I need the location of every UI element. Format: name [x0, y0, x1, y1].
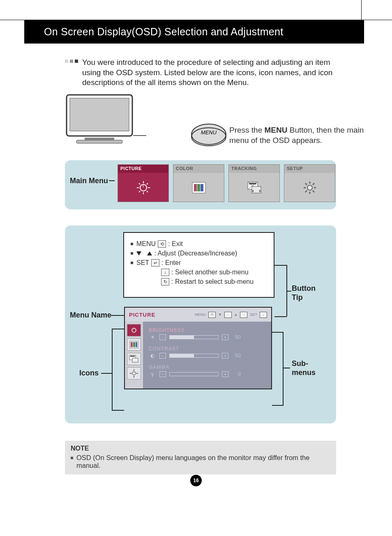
down-arrow-icon: ↓	[161, 269, 169, 276]
intro-row: You were introduced to the procedure of …	[65, 58, 334, 88]
osd-sidebar	[125, 322, 143, 389]
enter-icon: ↵	[151, 259, 159, 267]
svg-rect-38	[131, 342, 133, 347]
sun-icon: ☀	[149, 334, 156, 340]
osd-title: PICTURE	[129, 312, 155, 318]
subitem-gamma[interactable]: GAMMA γ−+0	[149, 364, 265, 377]
exit-icon[interactable]: ⟲	[208, 312, 216, 318]
minus-icon[interactable]: ←	[224, 312, 232, 318]
svg-line-17	[147, 183, 148, 184]
page-number: 16	[190, 475, 202, 486]
color-bars-icon	[191, 182, 206, 194]
slider[interactable]	[169, 372, 219, 376]
color-bars-icon	[129, 341, 138, 348]
svg-rect-19	[194, 184, 197, 191]
label-sub-menus: Sub-menus	[292, 359, 316, 377]
sidebar-item-picture[interactable]	[127, 324, 141, 336]
svg-point-44	[132, 372, 136, 375]
svg-line-32	[305, 183, 307, 185]
plus-icon[interactable]: →	[240, 312, 247, 318]
down-arrow-icon[interactable]: ↓	[260, 312, 267, 318]
tab-setup[interactable]: SETUP	[284, 164, 335, 202]
svg-rect-21	[201, 184, 203, 191]
note-heading: NOTE	[71, 445, 330, 452]
label-main-menu: Main Menu	[70, 177, 108, 185]
main-menu-tabs: PICTURE COLOR TRACKING SETUP	[118, 164, 335, 202]
sidebar-item-tracking[interactable]	[127, 353, 141, 365]
menu-button-illustration: MENU	[190, 122, 227, 147]
tab-tracking[interactable]: TRACKING	[228, 164, 280, 202]
subitem-brightness[interactable]: BRIGHTNESS ☀−+50	[149, 327, 265, 340]
gamma-icon: γ	[149, 371, 156, 377]
svg-line-15	[147, 191, 148, 192]
osd-window: PICTURE MENU⟲ ▼← ▲→ SET↓ BRIGHTNESS ☀−+5…	[124, 307, 272, 389]
svg-rect-42	[130, 356, 135, 357]
sidebar-item-setup[interactable]	[127, 367, 141, 380]
up-triangle-icon	[147, 251, 152, 255]
section-header: On Screen Display(OSD) Selection and Adj…	[24, 20, 364, 44]
label-menu-name: Menu Name	[70, 311, 111, 320]
tracking-icon	[129, 355, 139, 363]
svg-rect-24	[252, 186, 261, 193]
tab-color[interactable]: COLOR	[173, 164, 224, 202]
svg-rect-3	[76, 140, 122, 143]
note-text: OSD (On Screen Display) menu languages o…	[76, 454, 330, 469]
note-block: NOTE OSD (On Screen Display) menu langua…	[65, 441, 336, 474]
down-triangle-icon	[136, 251, 141, 255]
label-icons: Icons	[79, 369, 99, 377]
svg-rect-2	[85, 138, 114, 140]
restart-icon: ↻	[161, 278, 169, 285]
gear-icon	[302, 180, 317, 195]
intro-bullet	[65, 60, 78, 88]
slider[interactable]	[169, 354, 219, 358]
svg-rect-40	[136, 342, 137, 347]
svg-line-34	[305, 191, 307, 192]
svg-rect-39	[133, 342, 135, 347]
slider[interactable]	[169, 335, 219, 339]
osd-titlebar: PICTURE MENU⟲ ▼← ▲→ SET↓	[125, 308, 271, 322]
contrast-icon: ◐	[149, 353, 156, 359]
page-rule-right	[361, 0, 362, 20]
monitor-row: MENU Press the MENU Button, then the mai…	[65, 92, 334, 160]
decrease-button[interactable]: −	[159, 334, 166, 340]
brightness-icon	[135, 179, 152, 196]
decrease-button[interactable]: −	[159, 353, 166, 359]
svg-text:MENU: MENU	[201, 129, 217, 136]
osd-top-buttons: MENU⟲ ▼← ▲→ SET↓	[195, 312, 267, 318]
svg-point-27	[307, 185, 312, 190]
bullet-icon	[71, 457, 73, 459]
brightness-icon	[130, 326, 138, 334]
increase-button[interactable]: +	[222, 371, 228, 377]
svg-line-16	[139, 191, 140, 192]
svg-rect-23	[249, 183, 256, 184]
intro-text: You were introduced to the procedure of …	[82, 58, 334, 88]
monitor-illustration	[64, 92, 146, 150]
tracking-icon	[246, 181, 263, 194]
button-tip-box: MENU ⟲ : Exit : Adjust (Decrease/Increas…	[123, 232, 274, 298]
section-title: On Screen Display(OSD) Selection and Adj…	[44, 26, 283, 38]
svg-rect-20	[197, 184, 200, 191]
label-button-tip: ButtonTip	[292, 284, 316, 302]
sidebar-item-color[interactable]	[127, 338, 141, 351]
exit-icon: ⟲	[158, 240, 166, 248]
decrease-button[interactable]: −	[159, 371, 166, 377]
svg-rect-43	[132, 358, 138, 362]
svg-line-35	[313, 183, 314, 185]
tab-picture[interactable]: PICTURE	[118, 164, 169, 202]
svg-line-14	[139, 183, 140, 184]
svg-rect-1	[70, 98, 129, 131]
increase-button[interactable]: +	[222, 353, 228, 359]
osd-main: BRIGHTNESS ☀−+50 CONTRAST ◐−+50 GAMMA γ−…	[143, 322, 271, 389]
press-instruction: Press the MENU Button, then the main men…	[229, 125, 377, 145]
increase-button[interactable]: +	[222, 334, 228, 340]
gear-icon	[129, 369, 138, 378]
svg-line-33	[313, 191, 314, 192]
subitem-contrast[interactable]: CONTRAST ◐−+50	[149, 346, 265, 359]
